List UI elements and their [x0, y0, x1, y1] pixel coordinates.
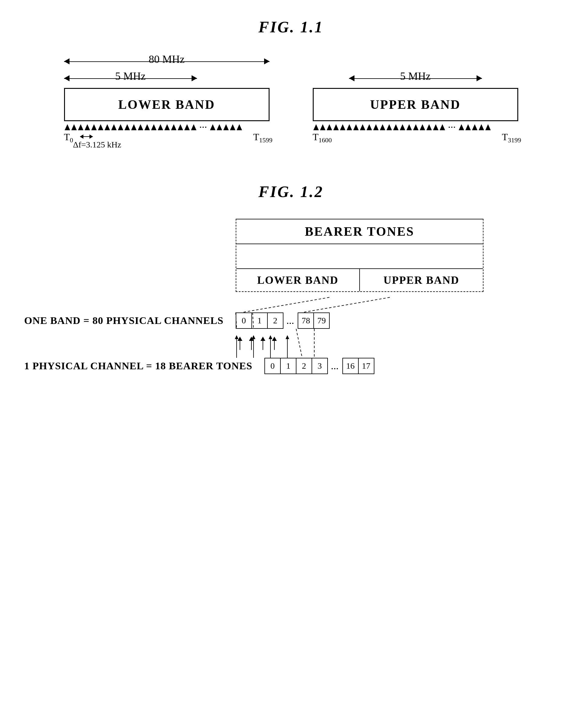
fig12-title: FIG. 1.2: [24, 183, 558, 201]
fig11-diagram: 80 MHz 5 MHz LOWER BAND: [24, 54, 558, 147]
lower-band-diagram: 80 MHz 5 MHz LOWER BAND: [64, 54, 269, 147]
upper-band-diagram: 5 MHz UPPER BAND ...: [313, 54, 518, 147]
arrow-0: [238, 337, 242, 350]
channel-1: 1: [252, 312, 268, 329]
lower-band-80mhz: 80 MHz: [149, 53, 185, 66]
channel-2: 2: [267, 312, 284, 329]
lower-delta-f: Δf=3.125 kHz: [73, 140, 122, 150]
bt-1: 1: [280, 358, 296, 374]
svg-line-2: [296, 329, 302, 358]
upper-band-triangles: ...: [313, 121, 518, 130]
upper-band-box: UPPER BAND: [313, 88, 518, 121]
channel-cells: 0 1 2 ... 78 79: [236, 312, 329, 329]
bt-3: 3: [312, 358, 328, 374]
bearer-tones-section: 1 PHYSICAL CHANNEL = 18 BEARER TONES 0 1…: [24, 358, 558, 374]
channel-79: 79: [313, 312, 330, 329]
bearer-upper-band: UPPER BAND: [360, 269, 483, 291]
arrow-3: [272, 337, 277, 350]
one-band-label: ONE BAND = 80 PHYSICAL CHANNELS: [24, 315, 223, 327]
one-physical-label: 1 PHYSICAL CHANNEL = 18 BEARER TONES: [24, 360, 252, 372]
bearer-tones-title: BEARER TONES: [236, 219, 483, 244]
fig12-layout: BEARER TONES LOWER BAND UPPER BAND ONE B…: [24, 219, 558, 430]
arrows-row: [236, 337, 279, 350]
upper-t3199: T3199: [502, 131, 521, 144]
upper-t1600: T1600: [313, 131, 332, 144]
channel-78: 78: [298, 312, 314, 329]
lower-band-box: LOWER BAND: [64, 88, 269, 121]
svg-marker-11: [286, 335, 289, 339]
fig12-section: FIG. 1.2 BEARER TONES LOWER BAND UPPER B…: [24, 183, 558, 430]
bearer-lower-band: LOWER BAND: [236, 269, 360, 291]
bt-0: 0: [264, 358, 281, 374]
arrow-1: [249, 337, 254, 350]
upper-band-5mhz: 5 MHz: [400, 70, 431, 82]
arrow-2: [261, 337, 265, 350]
bt-2: 2: [296, 358, 312, 374]
lower-t1599: T1599: [253, 131, 272, 144]
svg-line-0: [242, 297, 329, 312]
page: FIG. 1.1 80 MHz 5 MHz: [0, 0, 582, 728]
svg-line-1: [302, 297, 390, 312]
fig11-title: FIG. 1.1: [24, 18, 558, 36]
bt-17: 17: [358, 358, 374, 374]
bt-16: 16: [342, 358, 359, 374]
physical-channels-section: ONE BAND = 80 PHYSICAL CHANNELS 0 1 2 ..…: [24, 312, 558, 329]
bearer-tones-box: BEARER TONES LOWER BAND UPPER BAND: [236, 219, 483, 292]
lower-band-5mhz: 5 MHz: [115, 70, 146, 82]
fig11-section: FIG. 1.1 80 MHz 5 MHz: [24, 18, 558, 147]
channel-0: 0: [236, 312, 252, 329]
lower-band-triangles: ...: [64, 121, 269, 130]
bearer-tone-cells: 0 1 2 3 ... 16 17: [264, 358, 374, 374]
lower-t0: T0: [64, 131, 74, 144]
bearer-bands-row: LOWER BAND UPPER BAND: [236, 268, 483, 291]
